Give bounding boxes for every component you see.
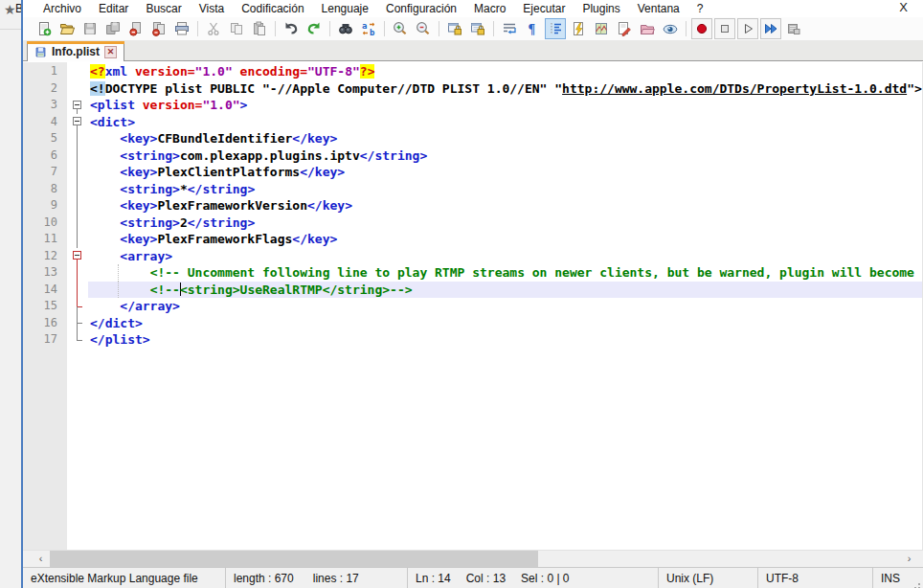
fold-collapse-toggle[interactable] xyxy=(67,248,88,265)
code-text[interactable]: <?xml version="1.0" encoding="UTF-8"?> xyxy=(88,63,922,80)
code-line-17[interactable]: 17</plist> xyxy=(23,331,922,349)
show-all-characters-button[interactable]: ¶ xyxy=(522,18,543,39)
menu-item-editar[interactable]: Editar xyxy=(90,2,137,15)
code-text[interactable]: <!--<string>UseRealRTMP</string>--> xyxy=(88,282,922,299)
menu-item-macro[interactable]: Macro xyxy=(465,2,514,15)
undo-icon xyxy=(283,21,299,36)
fold-collapse-toggle[interactable] xyxy=(67,97,88,114)
menu-item-codificacin[interactable]: Codificación xyxy=(233,2,312,15)
status-length: length : 670 xyxy=(234,572,294,585)
menu-bar: ArchivoEditarBuscarVistaCodificaciónLeng… xyxy=(23,0,923,17)
code-text[interactable]: </dict> xyxy=(88,315,922,332)
play-macro-button[interactable] xyxy=(737,18,758,39)
code-line-2[interactable]: 2<!DOCTYPE plist PUBLIC "-//Apple Comput… xyxy=(23,80,922,98)
code-text[interactable]: <key>CFBundleIdentifier</key> xyxy=(88,130,922,147)
redo-button[interactable] xyxy=(304,18,325,39)
fold-margin-cell xyxy=(67,147,88,165)
word-wrap-button[interactable] xyxy=(499,18,520,39)
line-number: 15 xyxy=(23,298,67,315)
new-file-button[interactable] xyxy=(34,18,55,39)
close-file-button[interactable] xyxy=(125,18,146,39)
stop-macro-button[interactable] xyxy=(714,18,735,39)
code-line-15[interactable]: 15 </array> xyxy=(23,298,922,315)
open-file-button[interactable] xyxy=(56,18,78,39)
code-line-11[interactable]: 11 <key>PlexFrameworkFlags</key> xyxy=(23,231,922,248)
menu-item-buscar[interactable]: Buscar xyxy=(137,2,190,15)
horizontal-scrollbar[interactable]: ‹ › xyxy=(23,550,923,567)
code-text[interactable]: </plist> xyxy=(88,331,922,349)
zoom-out-button[interactable] xyxy=(413,18,434,39)
run-macro-multiple-button[interactable] xyxy=(760,18,781,39)
menu-item-[interactable]: ? xyxy=(688,2,712,15)
code-line-10[interactable]: 10 <string>2</string> xyxy=(23,215,922,232)
code-line-9[interactable]: 9 <key>PlexFrameworkVersion</key> xyxy=(23,197,922,215)
code-line-4[interactable]: 4<dict> xyxy=(23,114,922,131)
zoom-in-button[interactable] xyxy=(390,18,411,39)
resize-grip[interactable] xyxy=(918,583,920,585)
scrollbar-thumb[interactable] xyxy=(50,551,538,567)
find-button[interactable] xyxy=(335,18,356,39)
editor[interactable]: 1<?xml version="1.0" encoding="UTF-8"?>2… xyxy=(23,62,923,550)
sync-horizontal-scroll-button[interactable] xyxy=(467,18,488,39)
code-text[interactable]: </array> xyxy=(88,298,922,315)
code-text[interactable]: <string>2</string> xyxy=(88,215,922,232)
menu-item-configuracin[interactable]: Configuración xyxy=(377,2,465,15)
scroll-left-icon[interactable]: ‹ xyxy=(33,551,49,567)
line-number: 11 xyxy=(23,231,67,248)
line-number: 17 xyxy=(23,331,67,349)
background-window-strip: ★ B xyxy=(0,0,21,588)
code-line-12[interactable]: 12 <array> xyxy=(23,248,922,265)
menu-item-ejecutar[interactable]: Ejecutar xyxy=(514,2,574,15)
toolbar-separator xyxy=(439,21,439,36)
menu-item-ventana[interactable]: Ventana xyxy=(629,2,688,15)
fold-margin-cell xyxy=(67,331,88,349)
code-text[interactable]: <plist version="1.0"> xyxy=(88,97,922,114)
sync-vertical-icon xyxy=(447,21,462,36)
fold-collapse-toggle[interactable] xyxy=(67,114,88,131)
close-all-button[interactable] xyxy=(148,18,169,39)
menu-item-lenguaje[interactable]: Lenguaje xyxy=(313,2,377,15)
cut-button xyxy=(203,18,224,39)
status-selection: Sel : 0 | 0 xyxy=(521,572,569,585)
code-line-16[interactable]: 16</dict> xyxy=(23,315,922,332)
function-list-button[interactable] xyxy=(568,18,589,39)
code-text[interactable]: <string>*</string> xyxy=(88,181,922,198)
code-line-8[interactable]: 8 <string>*</string> xyxy=(23,181,922,198)
code-text[interactable]: <key>PlexFrameworkVersion</key> xyxy=(88,197,922,215)
show-indent-guide-button[interactable] xyxy=(545,18,566,39)
replace-button[interactable]: ab xyxy=(358,18,379,39)
tab-close-icon[interactable]: ✕ xyxy=(104,46,117,58)
record-macro-button[interactable] xyxy=(691,18,712,39)
code-line-3[interactable]: 3<plist version="1.0"> xyxy=(23,97,922,114)
scroll-right-icon[interactable]: › xyxy=(901,551,917,567)
code-line-7[interactable]: 7 <key>PlexClientPlatforms</key> xyxy=(23,164,922,181)
code-text[interactable]: <!DOCTYPE plist PUBLIC "-//Apple Compute… xyxy=(88,80,922,98)
svg-text:a: a xyxy=(362,21,367,31)
code-text[interactable]: <key>PlexClientPlatforms</key> xyxy=(88,164,922,181)
code-line-1[interactable]: 1<?xml version="1.0" encoding="UTF-8"?> xyxy=(23,63,922,80)
code-text[interactable]: <!-- Uncomment following line to play RT… xyxy=(88,264,922,282)
undo-button[interactable] xyxy=(281,18,302,39)
tab-info-plist[interactable]: Info.plist ✕ xyxy=(27,41,124,61)
code-line-14[interactable]: 14 <!--<string>UseRealRTMP</string>--> xyxy=(23,282,922,299)
code-text[interactable]: <array> xyxy=(88,248,922,265)
sync-vertical-scroll-button[interactable] xyxy=(444,18,465,39)
menu-item-archivo[interactable]: Archivo xyxy=(34,2,90,15)
code-text[interactable]: <dict> xyxy=(88,114,922,131)
code-line-13[interactable]: 13 <!-- Uncomment following line to play… xyxy=(23,264,922,282)
menu-item-vista[interactable]: Vista xyxy=(191,2,233,15)
document-map-button[interactable] xyxy=(591,18,612,39)
code-text[interactable]: <string>com.plexapp.plugins.iptv</string… xyxy=(88,147,922,165)
file-monitoring-button[interactable] xyxy=(660,18,681,39)
window-close-button[interactable]: X xyxy=(895,0,912,14)
tab-bar: Info.plist ✕ xyxy=(23,40,923,61)
folder-as-workspace-button[interactable] xyxy=(637,18,658,39)
menu-item-plugins[interactable]: Plugins xyxy=(574,2,628,15)
code-text[interactable]: <key>PlexFrameworkFlags</key> xyxy=(88,231,922,248)
eye-icon xyxy=(663,21,678,36)
toolbar-separator xyxy=(493,21,494,36)
document-switcher-button[interactable] xyxy=(614,18,635,39)
code-line-5[interactable]: 5 <key>CFBundleIdentifier</key> xyxy=(23,130,922,147)
print-button[interactable] xyxy=(171,18,192,39)
code-line-6[interactable]: 6 <string>com.plexapp.plugins.iptv</stri… xyxy=(23,147,922,165)
